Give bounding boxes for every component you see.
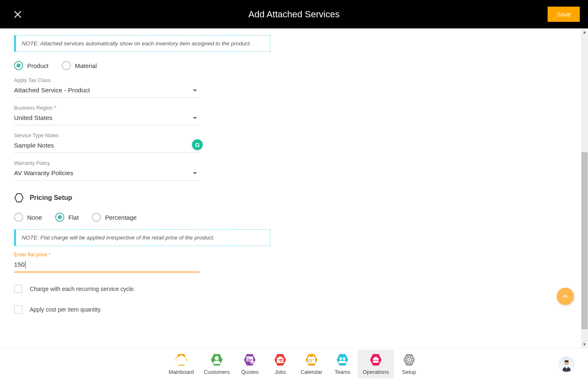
avatar[interactable]	[559, 357, 574, 372]
calendar-icon	[305, 353, 318, 366]
checkbox-per-item[interactable]	[14, 305, 22, 314]
attached-note: NOTE: Attached services automatically sh…	[14, 35, 270, 52]
hexagon-icon	[14, 193, 24, 203]
radio-material-label: Material	[75, 62, 97, 69]
field-tax-class: Apply Tax Class Attached Service - Produ…	[14, 77, 199, 98]
radio-percentage-label: Percentage	[105, 214, 137, 221]
nav-label: Operations	[363, 369, 389, 375]
svg-rect-40	[412, 359, 413, 360]
field-value-text: United States	[14, 114, 52, 122]
svg-rect-8	[247, 360, 252, 361]
radio-icon	[92, 213, 101, 222]
scroll-thumb[interactable]	[581, 152, 588, 329]
nav-customers[interactable]: Customers	[199, 350, 235, 378]
tax-class-select[interactable]: Attached Service - Product	[14, 85, 199, 98]
grammarly-icon[interactable]: G	[192, 139, 203, 150]
field-label: Service Type Notes	[14, 133, 199, 138]
flat-note: NOTE: Flat charge will be applied irresp…	[14, 229, 270, 246]
svg-rect-47	[566, 368, 567, 371]
svg-rect-13	[279, 357, 282, 358]
radio-product-label: Product	[27, 62, 49, 69]
setup-icon	[403, 353, 416, 366]
field-service-notes: Service Type Notes Sample Notes G	[14, 133, 199, 153]
nav-setup[interactable]: Setup	[394, 350, 424, 378]
save-button[interactable]: Save	[548, 7, 580, 22]
svg-point-30	[343, 357, 345, 360]
svg-rect-23	[309, 359, 310, 361]
field-business-region: Business Region * United States	[14, 105, 199, 125]
field-value-text: 150	[14, 261, 25, 268]
svg-rect-26	[309, 361, 310, 362]
radio-flat[interactable]: Flat	[55, 213, 79, 222]
svg-marker-0	[15, 194, 23, 202]
field-warranty: Warranty Policy AV Warranty Policies	[14, 160, 199, 181]
pricing-radio-group: None Flat Percentage	[14, 213, 270, 222]
nav-label: Setup	[402, 369, 416, 375]
close-icon[interactable]	[13, 10, 22, 19]
nav-label: Calendar	[300, 369, 322, 375]
checkbox-recurring-label: Charge with each recurring service cycle…	[30, 286, 135, 292]
chevron-down-icon	[193, 89, 197, 91]
checkbox-recurring-row: Charge with each recurring service cycle…	[14, 285, 270, 293]
field-label: Enter flat price *	[14, 252, 199, 258]
svg-rect-25	[313, 359, 314, 361]
pricing-section-title: Pricing Setup	[30, 194, 72, 202]
scroll-top-button[interactable]	[557, 288, 574, 305]
nav-teams[interactable]: Teams	[327, 350, 358, 378]
field-label: Warranty Policy	[14, 160, 199, 166]
chevron-down-icon	[193, 117, 197, 119]
svg-rect-24	[311, 359, 312, 361]
svg-point-3	[215, 356, 219, 360]
field-value-text: Sample Notes	[14, 142, 54, 149]
flat-price-input[interactable]: 150	[14, 259, 199, 272]
radio-product[interactable]: Product	[14, 61, 49, 70]
nav-mainboard[interactable]: Mainboard	[164, 350, 199, 378]
chevron-up-icon	[562, 293, 569, 300]
svg-rect-27	[311, 361, 312, 362]
radio-icon	[14, 61, 23, 70]
nav-label: Mainboard	[169, 369, 194, 375]
radio-icon	[14, 213, 23, 222]
nav-calendar[interactable]: Calendar	[295, 350, 327, 378]
svg-point-45	[408, 359, 410, 361]
field-flat-price: Enter flat price * 150	[14, 252, 199, 272]
scroll-down-arrow[interactable]: ▼	[581, 341, 588, 348]
svg-rect-7	[247, 359, 252, 360]
svg-rect-38	[409, 362, 410, 364]
jobs-icon	[274, 353, 287, 366]
bottom-nav: MainboardCustomers$QuotesJobsCalendarTea…	[0, 348, 588, 380]
scrollbar[interactable]: ▲ ▼	[581, 28, 588, 348]
nav-jobs[interactable]: Jobs	[265, 350, 295, 378]
radio-flat-label: Flat	[68, 214, 79, 221]
field-label: Apply Tax Class	[14, 77, 199, 83]
svg-marker-28	[337, 354, 348, 366]
checkbox-per-item-label: Apply cost per item quantity.	[30, 306, 102, 313]
svg-rect-34	[373, 360, 379, 361]
quotes-icon: $	[243, 353, 256, 366]
nav-operations[interactable]: Operations	[358, 350, 394, 378]
checkbox-recurring[interactable]	[14, 285, 22, 293]
radio-icon	[55, 213, 64, 222]
radio-percentage[interactable]: Percentage	[92, 213, 137, 222]
chevron-down-icon	[193, 172, 197, 174]
operations-icon	[369, 353, 382, 366]
warranty-select[interactable]: AV Warranty Policies	[14, 168, 199, 181]
text-cursor	[25, 261, 26, 268]
nav-quotes[interactable]: $Quotes	[234, 350, 265, 378]
radio-icon	[62, 61, 71, 70]
svg-rect-37	[409, 356, 410, 357]
service-type-radio-group: Product Material	[14, 61, 270, 70]
radio-material[interactable]: Material	[62, 61, 97, 70]
scroll-up-arrow[interactable]: ▲	[581, 28, 588, 35]
service-notes-input[interactable]: Sample Notes G	[14, 140, 199, 153]
business-region-select[interactable]: United States	[14, 113, 199, 125]
svg-point-29	[340, 357, 342, 360]
modal-title: Add Attached Services	[0, 9, 588, 20]
field-value-text: Attached Service - Product	[14, 87, 90, 94]
radio-none-label: None	[27, 214, 42, 221]
checkbox-per-item-row: Apply cost per item quantity.	[14, 305, 270, 314]
nav-label: Jobs	[275, 369, 286, 375]
radio-none[interactable]: None	[14, 213, 42, 222]
main-content: NOTE: Attached services automatically sh…	[0, 28, 588, 348]
svg-rect-33	[375, 357, 377, 359]
